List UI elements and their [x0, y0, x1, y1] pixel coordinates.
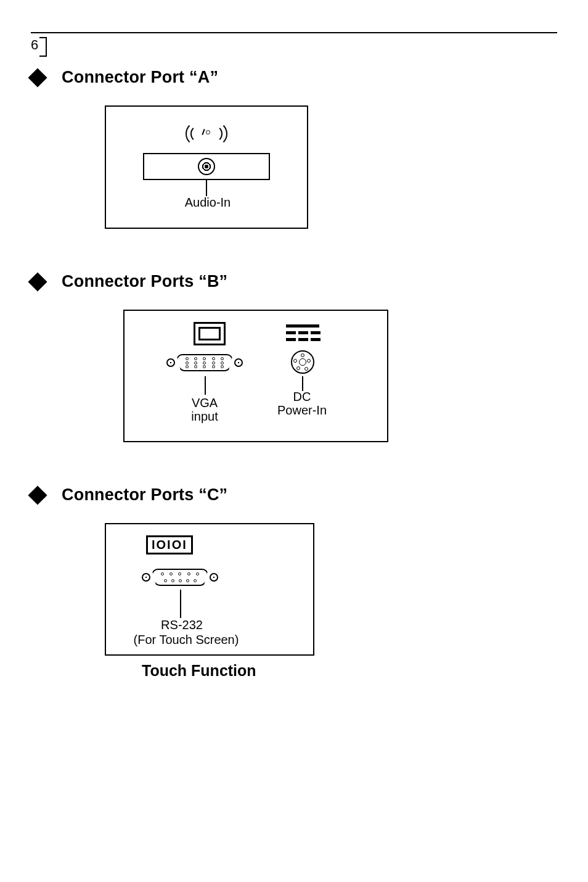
vga-label-line2: input [183, 410, 226, 424]
rs232-label-line1: RS-232 [148, 618, 216, 632]
diagram-connector-b: VGA input DC Power-In [123, 310, 388, 442]
leader-line [302, 376, 303, 391]
leader-line [180, 590, 181, 618]
port-row-box [161, 349, 353, 376]
diagram-connector-c: IOIOI RS-232 (For Touch Screen) [105, 523, 314, 656]
diamond-bullet-icon [28, 272, 47, 291]
leader-line [206, 180, 207, 196]
section-c-heading: Connector Ports “C” [31, 485, 557, 505]
vga-label-line1: VGA [183, 396, 226, 410]
speaker-icon [188, 120, 225, 145]
diagram-connector-a: Audio-In [105, 105, 308, 229]
top-horizontal-rule [31, 32, 557, 33]
leader-line [205, 376, 206, 395]
rs232-port-box [125, 565, 248, 590]
section-b-heading: Connector Ports “B” [31, 272, 557, 291]
monitor-icon [194, 322, 226, 345]
page-number-bracket [39, 37, 47, 57]
diamond-bullet-icon [28, 68, 47, 87]
rs232-label-line2: (For Touch Screen) [118, 633, 254, 647]
section-a-title: Connector Port “A” [62, 68, 218, 87]
touch-function-subheading: Touch Function [142, 662, 557, 680]
audio-in-port-box [143, 153, 270, 180]
serial-ioioi-icon: IOIOI [146, 535, 193, 554]
dc-label-line2: Power-In [271, 403, 333, 418]
dc-plug-icon [286, 324, 323, 340]
audio-jack-icon [198, 158, 215, 175]
section-a-heading: Connector Port “A” [31, 68, 557, 87]
diamond-bullet-icon [28, 485, 47, 505]
section-b-title: Connector Ports “B” [62, 272, 227, 291]
audio-in-label: Audio-In [174, 196, 242, 210]
dc-power-port-icon [291, 350, 314, 374]
page-number-block: 6 [31, 37, 47, 57]
dc-label-line1: DC [280, 390, 324, 404]
section-c-title: Connector Ports “C” [62, 485, 227, 505]
vga-port-icon [168, 352, 242, 374]
rs232-port-icon [143, 566, 217, 588]
